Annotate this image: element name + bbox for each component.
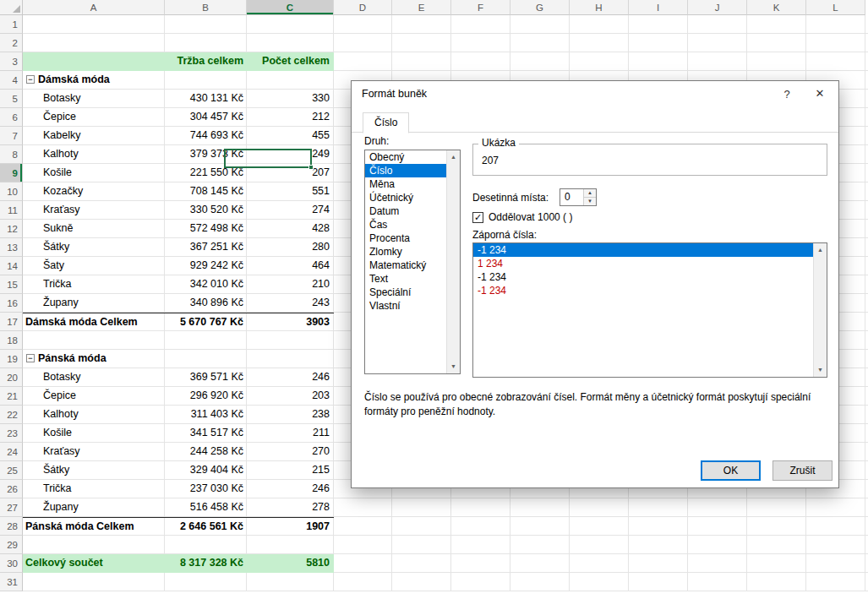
cell-B16[interactable]: 340 896 Kč [165, 294, 247, 313]
cell-C13[interactable]: 280 [247, 238, 334, 257]
cell-B14[interactable]: 929 242 Kč [165, 257, 247, 275]
cell-A19[interactable]: −Pánská móda [23, 350, 165, 368]
row-header-24[interactable]: 24 [0, 443, 23, 461]
cell-B20[interactable]: 369 571 Kč [165, 368, 247, 387]
cell-A5[interactable]: Botasky [23, 90, 165, 108]
cell-C5[interactable]: 330 [247, 90, 334, 108]
format-type-option[interactable]: Matematický [365, 259, 446, 272]
row-header-19[interactable]: 19 [0, 350, 23, 368]
row-header-23[interactable]: 23 [0, 424, 23, 443]
row-header-1[interactable]: 1 [0, 15, 23, 34]
cell-C20[interactable]: 246 [247, 368, 334, 387]
row-header-30[interactable]: 30 [0, 554, 23, 573]
row-header-12[interactable]: 12 [0, 220, 23, 238]
cell-C17[interactable]: 3903 [247, 313, 334, 332]
cell-B11[interactable]: 330 520 Kč [165, 201, 247, 220]
cell-B24[interactable]: 244 258 Kč [165, 443, 247, 461]
row-header-16[interactable]: 16 [0, 294, 23, 313]
row-header-5[interactable]: 5 [0, 90, 23, 108]
cell-A6[interactable]: Čepice [23, 108, 165, 127]
negative-list-scrollbar[interactable]: ▲ ▼ [813, 243, 827, 377]
row-header-9[interactable]: 9 [0, 164, 23, 182]
cell-C6[interactable]: 212 [247, 108, 334, 127]
cell-C10[interactable]: 551 [247, 182, 334, 201]
cell-A27[interactable]: Župany [23, 498, 165, 517]
cell-A26[interactable]: Trička [23, 480, 165, 498]
row-header-2[interactable]: 2 [0, 34, 23, 52]
cell-A24[interactable]: Kraťasy [23, 443, 165, 461]
cell-C7[interactable]: 455 [247, 127, 334, 145]
format-type-option[interactable]: Procenta [365, 231, 446, 245]
cell-A4[interactable]: −Dámská móda [23, 71, 165, 90]
cell-B12[interactable]: 572 498 Kč [165, 220, 247, 238]
row-header-18[interactable]: 18 [0, 331, 23, 350]
dialog-titlebar[interactable]: Formát buněk ? ✕ [352, 81, 838, 106]
negative-format-option[interactable]: -1 234 [473, 284, 813, 297]
format-type-option[interactable]: Obecný [365, 150, 446, 164]
column-header-C[interactable]: C [247, 0, 334, 15]
cell-C26[interactable]: 246 [247, 480, 334, 498]
collapse-outline-button[interactable]: − [26, 354, 35, 362]
cell-B23[interactable]: 341 517 Kč [165, 424, 247, 443]
cell-B5[interactable]: 430 131 Kč [165, 90, 247, 108]
format-type-option[interactable]: Datum [365, 204, 446, 218]
cell-C16[interactable]: 243 [247, 294, 334, 313]
negative-format-option[interactable]: -1 234 [473, 243, 813, 257]
decimal-places-stepper[interactable]: 0 ▲ ▼ [560, 188, 597, 206]
negative-format-option[interactable]: 1 234 [473, 257, 813, 270]
row-header-29[interactable]: 29 [0, 536, 23, 554]
cell-C4[interactable] [247, 71, 334, 90]
row-header-13[interactable]: 13 [0, 238, 23, 257]
format-type-option[interactable]: Vlastní [365, 299, 446, 313]
cancel-button[interactable]: Zrušit [772, 460, 833, 481]
cell-A8[interactable]: Kalhoty [23, 145, 165, 164]
scroll-up-icon[interactable]: ▲ [447, 150, 460, 164]
cell-B19[interactable] [165, 350, 247, 368]
column-header-L[interactable]: L [806, 0, 865, 15]
cell-C30[interactable]: 5810 [247, 554, 334, 573]
row-header-20[interactable]: 20 [0, 368, 23, 387]
scroll-up-icon[interactable]: ▲ [814, 243, 827, 257]
cell-A17[interactable]: Dámská móda Celkem [23, 313, 165, 332]
row-header-21[interactable]: 21 [0, 387, 23, 406]
cell-C12[interactable]: 428 [247, 220, 334, 238]
cell-B9[interactable]: 221 550 Kč [165, 164, 247, 182]
cell-B30[interactable]: 8 317 328 Kč [165, 554, 247, 573]
format-type-option[interactable]: Čas [365, 218, 446, 231]
cell-B28[interactable]: 2 646 561 Kč [165, 518, 247, 536]
cell-B22[interactable]: 311 403 Kč [165, 406, 247, 424]
format-type-option[interactable]: Zlomky [365, 245, 446, 259]
cell-C27[interactable]: 278 [247, 498, 334, 517]
row-header-31[interactable]: 31 [0, 573, 23, 591]
format-type-option[interactable]: Účetnický [365, 191, 446, 204]
row-header-3[interactable]: 3 [0, 52, 23, 71]
cell-B4[interactable] [165, 71, 247, 90]
row-header-17[interactable]: 17 [0, 313, 23, 331]
column-header-J[interactable]: J [688, 0, 747, 15]
row-header-11[interactable]: 11 [0, 201, 23, 220]
row-header-27[interactable]: 27 [0, 498, 23, 517]
format-type-option[interactable]: Text [365, 272, 446, 286]
cell-A15[interactable]: Trička [23, 275, 165, 294]
cell-C3[interactable]: Počet celkem [247, 52, 334, 71]
column-header-K[interactable]: K [747, 0, 806, 15]
row-header-10[interactable]: 10 [0, 182, 23, 201]
cell-C28[interactable]: 1907 [247, 518, 334, 536]
row-header-8[interactable]: 8 [0, 145, 23, 164]
cell-A21[interactable]: Čepice [23, 387, 165, 406]
cell-B27[interactable]: 516 458 Kč [165, 498, 247, 517]
cell-B10[interactable]: 708 145 Kč [165, 182, 247, 201]
cell-A22[interactable]: Kalhoty [23, 406, 165, 424]
cell-A25[interactable]: Šátky [23, 461, 165, 480]
cell-A16[interactable]: Župany [23, 294, 165, 313]
cell-C21[interactable]: 203 [247, 387, 334, 406]
cell-B26[interactable]: 237 030 Kč [165, 480, 247, 498]
cell-A11[interactable]: Kraťasy [23, 201, 165, 220]
row-header-4[interactable]: 4 [0, 71, 23, 90]
help-icon[interactable]: ? [772, 88, 801, 101]
column-header-H[interactable]: H [570, 0, 629, 15]
column-header-B[interactable]: B [165, 0, 247, 15]
cell-B25[interactable]: 329 404 Kč [165, 461, 247, 480]
cell-A12[interactable]: Sukně [23, 220, 165, 238]
type-list-scrollbar[interactable]: ▲ ▼ [446, 150, 460, 373]
